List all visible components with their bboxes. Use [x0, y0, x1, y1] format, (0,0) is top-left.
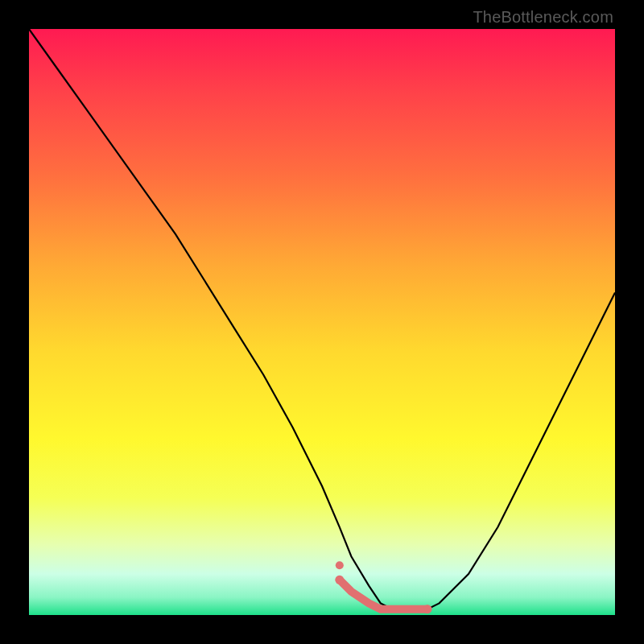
chart-frame: TheBottleneck.com — [0, 0, 644, 644]
optimal-range-dot — [335, 576, 344, 584]
bottleneck-curve — [29, 29, 615, 609]
plot-area — [29, 29, 615, 615]
optimal-range-dot — [336, 561, 344, 569]
watermark-text: TheBottleneck.com — [473, 8, 613, 27]
curve-layer — [29, 29, 615, 615]
optimal-range-dot — [423, 605, 432, 613]
